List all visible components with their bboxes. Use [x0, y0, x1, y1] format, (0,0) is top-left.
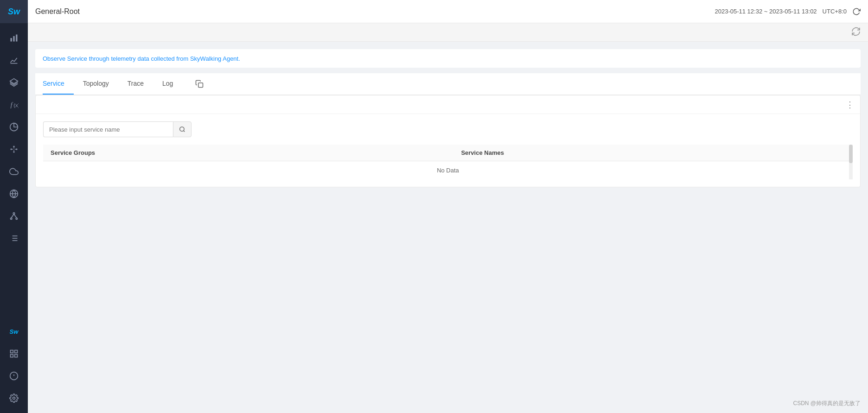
- page-title: General-Root: [35, 7, 80, 16]
- svg-text:f: f: [11, 101, 13, 108]
- sidebar-item-pie[interactable]: [0, 116, 28, 138]
- sidebar-navigation: f (x): [0, 23, 28, 320]
- sidebar-bottom: Sw: [0, 320, 28, 413]
- panel-content: Service Groups Service Names No Data: [36, 114, 860, 187]
- time-bar-refresh-button[interactable]: [851, 27, 861, 38]
- svg-point-38: [180, 127, 184, 131]
- svg-rect-31: [11, 355, 13, 357]
- copy-document-icon: [195, 80, 204, 88]
- sw-label: Sw: [10, 328, 19, 335]
- service-table: Service Groups Service Names No Data: [43, 145, 853, 179]
- svg-point-20: [16, 218, 17, 219]
- list-icon: [9, 234, 19, 243]
- sidebar-item-topology[interactable]: [0, 205, 28, 227]
- column-service-names: Service Names: [453, 145, 853, 161]
- plugin-icon: [9, 349, 19, 358]
- sidebar-item-skywalking[interactable]: Sw: [0, 320, 28, 343]
- scrollbar-thumb[interactable]: [849, 145, 853, 163]
- cloud-icon: [9, 167, 19, 176]
- pie-chart-icon: [9, 122, 19, 132]
- svg-rect-32: [15, 355, 18, 357]
- no-data-text: No Data: [43, 161, 853, 180]
- search-button[interactable]: [173, 121, 191, 137]
- sidebar-item-dashboard[interactable]: [0, 27, 28, 49]
- tab-service[interactable]: Service: [43, 73, 74, 95]
- svg-rect-1: [13, 36, 14, 42]
- service-table-container: Service Groups Service Names No Data: [43, 145, 853, 179]
- tab-log[interactable]: Log: [162, 73, 182, 95]
- bar-chart-icon: [9, 33, 19, 43]
- svg-line-22: [14, 214, 17, 218]
- search-bar: [43, 121, 191, 137]
- sidebar-item-layers[interactable]: [0, 71, 28, 94]
- refresh-circle-icon: [851, 27, 861, 36]
- svg-point-9: [13, 146, 14, 147]
- alert-icon: [9, 371, 19, 381]
- header-right: 2023-05-11 12:32 ~ 2023-05-11 13:02 UTC+…: [715, 7, 861, 16]
- svg-point-8: [11, 148, 12, 150]
- tab-trace[interactable]: Trace: [128, 73, 153, 95]
- svg-point-36: [13, 397, 15, 400]
- info-bar: Observe Service through telemetry data c…: [35, 49, 861, 68]
- svg-rect-0: [11, 38, 12, 42]
- svg-point-18: [13, 213, 14, 214]
- refresh-icon: [852, 7, 861, 16]
- node-icon: [9, 145, 19, 154]
- svg-point-19: [11, 218, 12, 219]
- refresh-button[interactable]: [852, 7, 861, 16]
- globe-icon: [9, 189, 19, 198]
- sidebar-item-settings[interactable]: [0, 387, 28, 409]
- settings-icon: [9, 394, 19, 403]
- timezone: UTC+8:0: [823, 8, 847, 15]
- layers-icon: [9, 78, 19, 87]
- panel-options-button[interactable]: ⋮: [846, 100, 855, 110]
- svg-point-11: [16, 148, 17, 150]
- svg-line-39: [184, 131, 185, 132]
- header: General-Root 2023-05-11 12:32 ~ 2023-05-…: [28, 0, 868, 23]
- panel-header: ⋮: [36, 95, 860, 114]
- search-icon: [179, 126, 185, 133]
- svg-rect-30: [15, 350, 18, 353]
- service-name-input[interactable]: [43, 121, 173, 137]
- line-chart-icon: [9, 56, 19, 65]
- service-panel: ⋮: [35, 95, 861, 187]
- svg-rect-29: [11, 350, 13, 353]
- sidebar-item-plugin[interactable]: [0, 343, 28, 365]
- time-bar: [28, 23, 868, 42]
- table-body: No Data: [43, 161, 853, 180]
- tabs-bar: Service Topology Trace Log: [35, 73, 861, 95]
- sidebar-item-globe[interactable]: [0, 183, 28, 205]
- function-icon: f (x): [9, 100, 19, 109]
- svg-rect-37: [198, 83, 203, 88]
- sidebar-item-function[interactable]: f (x): [0, 94, 28, 116]
- column-service-groups: Service Groups: [43, 145, 453, 161]
- watermark-text: CSDN @帅得真的是无敌了: [793, 400, 861, 407]
- topology-icon: [9, 211, 19, 221]
- svg-text:(x): (x): [13, 102, 19, 108]
- sidebar-item-metrics[interactable]: [0, 49, 28, 71]
- sidebar-item-alert[interactable]: [0, 365, 28, 387]
- scrollbar-track[interactable]: [849, 145, 853, 179]
- table-header: Service Groups Service Names: [43, 145, 853, 161]
- main-content: General-Root 2023-05-11 12:32 ~ 2023-05-…: [28, 0, 868, 413]
- watermark: CSDN @帅得真的是无敌了: [793, 400, 861, 407]
- table-row-no-data: No Data: [43, 161, 853, 180]
- svg-line-21: [11, 214, 14, 218]
- tab-topology[interactable]: Topology: [83, 73, 118, 95]
- sidebar: Sw f (x): [0, 0, 28, 413]
- time-range: 2023-05-11 12:32 ~ 2023-05-11 13:02: [715, 8, 817, 15]
- svg-rect-2: [16, 35, 17, 42]
- sidebar-item-cloud[interactable]: [0, 160, 28, 183]
- sidebar-item-list[interactable]: [0, 227, 28, 249]
- logo-text: Sw: [8, 7, 20, 17]
- sidebar-item-node[interactable]: [0, 138, 28, 160]
- sidebar-logo[interactable]: Sw: [0, 0, 28, 23]
- info-link[interactable]: Observe Service through telemetry data c…: [43, 55, 240, 62]
- svg-point-10: [13, 151, 14, 152]
- tab-copy-icon[interactable]: [191, 73, 207, 95]
- content-area: Observe Service through telemetry data c…: [28, 42, 868, 413]
